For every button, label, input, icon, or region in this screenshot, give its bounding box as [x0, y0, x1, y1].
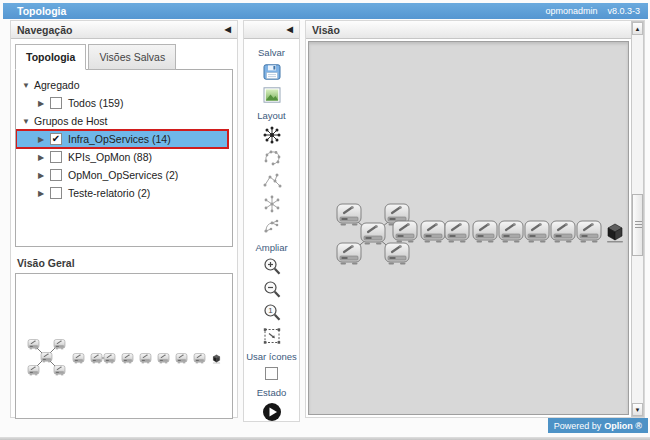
view-header: Visão: [306, 21, 631, 39]
host-node[interactable]: [53, 339, 66, 350]
radial-layout-icon: [261, 125, 283, 145]
host-node[interactable]: [27, 365, 40, 376]
checkbox-teste-relatorio[interactable]: [50, 187, 62, 199]
logged-user: opmonadmin: [545, 6, 597, 16]
checkbox-infra-opservices[interactable]: ✔: [50, 133, 62, 145]
host-node[interactable]: [497, 220, 525, 244]
expander-icon[interactable]: ▶: [38, 153, 50, 162]
zoom-reset-button[interactable]: 1: [259, 302, 285, 323]
tree-item-teste-relatorio[interactable]: ▶ Teste-relatorio (2): [16, 184, 232, 202]
layout-tree-button[interactable]: [259, 216, 285, 237]
tree-group-grupos-de-host[interactable]: ▼ Grupos de Host: [16, 112, 232, 130]
host-node[interactable]: [103, 353, 116, 364]
layout-snowflake-button[interactable]: [259, 193, 285, 214]
state-section-label: Estado: [257, 387, 287, 398]
topology-links: [16, 274, 232, 418]
save-section-label: Salvar: [258, 47, 285, 58]
navigation-header: Navegação ◀: [11, 21, 237, 39]
view-scrollbar[interactable]: ▲ ▼: [631, 21, 644, 417]
zoom-out-button[interactable]: [259, 279, 285, 300]
host-node[interactable]: [139, 353, 152, 364]
tree-item-label: KPIs_OpMon (88): [68, 151, 152, 163]
force-layout-icon: [261, 171, 283, 191]
host-node[interactable]: [72, 353, 85, 364]
host-node[interactable]: [523, 220, 551, 244]
tab-topologia[interactable]: Topologia: [15, 44, 86, 70]
svg-text:1: 1: [268, 306, 273, 315]
tab-visoes-salvas[interactable]: Visões Salvas: [88, 44, 176, 70]
host-node[interactable]: [175, 353, 188, 364]
view-title: Visão: [312, 24, 340, 36]
layout-section-label: Layout: [257, 110, 286, 121]
circular-layout-icon: [261, 148, 283, 168]
navigation-title: Navegação: [17, 24, 72, 36]
host-node[interactable]: [121, 353, 134, 364]
tree-group-label: Grupos de Host: [34, 115, 108, 127]
host-node[interactable]: [27, 339, 40, 350]
expander-icon[interactable]: ▼: [22, 117, 34, 126]
host-node[interactable]: [575, 220, 603, 244]
scroll-up-icon[interactable]: ▲: [632, 22, 643, 35]
host-node[interactable]: [391, 220, 419, 244]
toolbar-panel: ◀ Salvar Layou: [243, 20, 300, 422]
tree-item-kpis-opmon[interactable]: ▶ KPIs_OpMon (88): [16, 148, 232, 166]
host-node[interactable]: [471, 220, 499, 244]
app-title: Topologia: [17, 5, 66, 17]
checkbox-todos[interactable]: [50, 97, 62, 109]
tree-item-opmon-opservices[interactable]: ▶ OpMon_OpServices (2): [16, 166, 232, 184]
state-play-button[interactable]: [259, 401, 285, 422]
host-node[interactable]: [53, 365, 66, 376]
expander-icon[interactable]: ▼: [22, 81, 34, 90]
host-node[interactable]: [443, 220, 471, 244]
layout-force-button[interactable]: [259, 170, 285, 191]
cube-node[interactable]: [210, 353, 223, 364]
scrollbar-thumb[interactable]: [632, 194, 643, 256]
application-window: Topologia opmonadmin v8.0.3-3 Navegação …: [0, 0, 650, 440]
play-icon: [262, 402, 282, 422]
checkbox-kpis-opmon[interactable]: [50, 151, 62, 163]
cube-node[interactable]: [601, 220, 629, 244]
checkbox-opmon-opservices[interactable]: [50, 169, 62, 181]
host-node[interactable]: [90, 353, 103, 364]
fit-to-view-button[interactable]: [259, 325, 285, 346]
zoom-section-label: Ampliar: [255, 242, 287, 253]
host-node[interactable]: [549, 220, 577, 244]
scrollbar-grip: [635, 221, 642, 230]
collapse-toolbar-icon[interactable]: ◀: [287, 25, 293, 34]
tree-layout-icon: [261, 217, 283, 237]
navigation-tabs: Topologia Visões Salvas: [15, 44, 233, 70]
topology-canvas[interactable]: [308, 41, 629, 415]
use-icons-label: Usar ícones: [246, 351, 297, 362]
use-icons-checkbox[interactable]: [265, 367, 278, 380]
overview-title: Visão Geral: [17, 257, 233, 269]
collapse-left-icon[interactable]: ◀: [225, 25, 231, 34]
host-node[interactable]: [335, 242, 363, 266]
host-node[interactable]: [193, 353, 206, 364]
host-group-tree: ▼ Agregado ▶ Todos (159) ▼ Grupos de Hos…: [15, 69, 233, 247]
layout-circular-button[interactable]: [259, 147, 285, 168]
expander-icon[interactable]: ▶: [38, 189, 50, 198]
powered-by-badge[interactable]: Powered by Oplion ®: [548, 418, 648, 433]
tree-group-agregado[interactable]: ▼ Agregado: [16, 76, 232, 94]
export-image-button[interactable]: [259, 84, 285, 105]
host-node[interactable]: [383, 242, 411, 266]
navigation-panel: Navegação ◀ Topologia Visões Salvas ▼ Ag…: [10, 20, 238, 418]
powered-by-text: Powered by: [554, 421, 602, 431]
expander-icon[interactable]: ▶: [38, 135, 50, 144]
zoom-in-button[interactable]: [259, 256, 285, 277]
host-node[interactable]: [40, 352, 53, 363]
tree-item-infra-opservices[interactable]: ▶ ✔ Infra_OpServices (14): [16, 130, 228, 148]
zoom-out-icon: [262, 280, 282, 300]
expander-icon[interactable]: ▶: [38, 171, 50, 180]
snowflake-layout-icon: [261, 194, 283, 214]
save-view-button[interactable]: [259, 61, 285, 82]
tree-item-todos[interactable]: ▶ Todos (159): [16, 94, 232, 112]
overview-minimap[interactable]: [15, 273, 233, 419]
expander-icon[interactable]: ▶: [38, 99, 50, 108]
host-node[interactable]: [157, 353, 170, 364]
tree-item-label: OpMon_OpServices (2): [68, 169, 178, 181]
tree-item-label: Infra_OpServices (14): [68, 133, 171, 145]
tree-item-label: Teste-relatorio (2): [68, 187, 150, 199]
layout-radial-button[interactable]: [259, 124, 285, 145]
scroll-down-icon[interactable]: ▼: [632, 403, 643, 416]
